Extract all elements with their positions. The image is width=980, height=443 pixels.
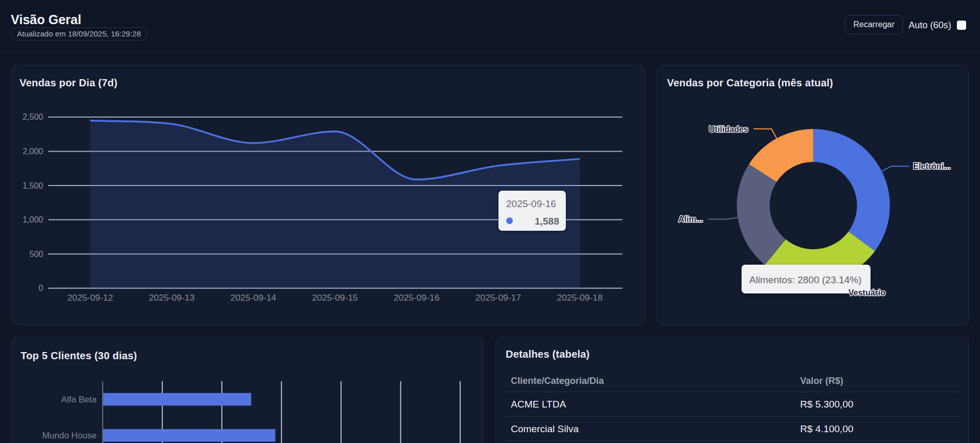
svg-text:1,000: 1,000 [23,215,43,224]
svg-text:1,500: 1,500 [23,181,43,190]
svg-text:2025-09-15: 2025-09-15 [312,292,358,303]
svg-text:Vestuário: Vestuário [848,288,885,297]
svg-text:2025-09-12: 2025-09-12 [67,292,113,303]
svg-text:Mundo House: Mundo House [42,431,97,440]
svg-text:2025-09-13: 2025-09-13 [149,292,195,303]
svg-text:2025-09-16: 2025-09-16 [394,292,439,303]
svg-text:2025-09-18: 2025-09-18 [557,292,603,303]
svg-text:Alfa Beta: Alfa Beta [61,395,97,404]
svg-text:2,500: 2,500 [23,113,43,121]
svg-text:500: 500 [29,250,43,259]
svg-text:2,000: 2,000 [23,147,43,156]
svg-text:2025-09-14: 2025-09-14 [231,292,276,303]
svg-text:0: 0 [39,284,43,292]
svg-text:2025-09-17: 2025-09-17 [475,292,521,303]
